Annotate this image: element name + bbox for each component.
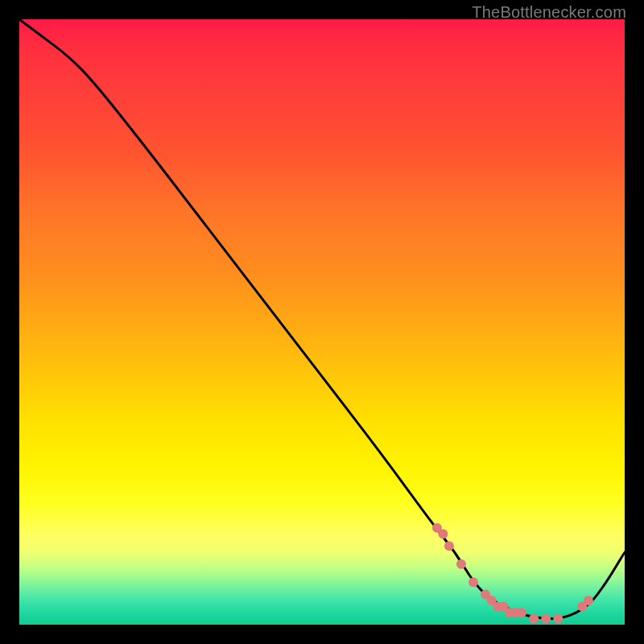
highlight-marker [511, 608, 521, 617]
highlight-marker [517, 608, 526, 617]
highlight-marker [456, 559, 466, 569]
highlight-marker [444, 541, 454, 551]
highlight-marker [553, 613, 563, 623]
highlight-marker [529, 613, 539, 623]
plot-area [19, 19, 625, 625]
highlight-marker [487, 596, 497, 605]
highlight-marker [584, 596, 593, 605]
highlight-marker [432, 523, 442, 533]
watermark-label: TheBottlenecker.com [472, 3, 626, 22]
chart-frame: TheBottlenecker.com [0, 0, 644, 644]
highlight-marker [499, 601, 509, 611]
highlight-marker [577, 601, 587, 611]
highlight-marker [541, 613, 551, 623]
highlight-marker [481, 589, 490, 599]
highlight-marker [469, 577, 478, 587]
bottleneck-curve [19, 19, 625, 618]
curve-layer [19, 19, 625, 625]
highlight-marker [438, 529, 448, 539]
highlight-marker [505, 608, 514, 617]
highlight-marker [493, 601, 502, 611]
